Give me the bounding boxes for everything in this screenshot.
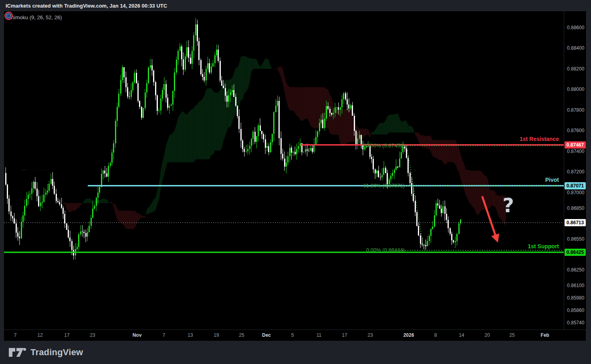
x-axis-tick: 13: [188, 332, 193, 338]
price-axis[interactable]: 0.886000.884000.882000.880000.878000.876…: [564, 11, 587, 330]
y-axis-tick: 0.88000: [567, 86, 584, 92]
y-axis-tick: 0.88400: [567, 45, 584, 51]
x-axis-tick: Feb: [541, 332, 549, 338]
chart-credit-text: ICmarkets created with TradingView.com, …: [6, 3, 167, 9]
x-axis-tick: 23: [90, 332, 95, 338]
x-axis-tick: Nov: [133, 332, 142, 338]
support-label: 1st Support: [528, 243, 559, 249]
candlestick-plot: [4, 11, 564, 330]
fib-100-label: 100.00% (0.87459): [360, 143, 405, 149]
question-mark-annotation[interactable]: ?: [502, 194, 514, 217]
y-axis-tick: 0.88200: [567, 66, 584, 72]
y-axis-tick: 0.86550: [567, 236, 584, 242]
y-axis-tick: 0.86250: [567, 267, 584, 273]
x-axis-tick: 23: [367, 332, 373, 338]
y-axis-tick: 0.87400: [567, 149, 584, 154]
y-axis-tick: 0.87000: [567, 190, 584, 195]
time-axis[interactable]: 7121723Nov7131925Dec511172320268142025Fe…: [4, 330, 586, 341]
fib-0-label: 0.00% (0.86444): [366, 247, 405, 253]
x-axis-tick: 20: [484, 332, 490, 338]
x-axis-tick: 7: [14, 332, 17, 338]
price-badge: 0.86425: [565, 249, 586, 256]
y-axis-tick: 0.88600: [567, 25, 584, 30]
y-axis-tick: 0.86850: [567, 205, 584, 211]
y-axis-tick: 0.85740: [567, 320, 584, 326]
x-axis-tick: 19: [214, 332, 219, 338]
x-axis-tick: Dec: [262, 332, 271, 338]
footer-bar: TradingView: [0, 340, 591, 364]
x-axis-tick: 7: [163, 332, 165, 338]
y-axis-tick: 0.86100: [567, 283, 584, 288]
x-axis-tick: 17: [342, 332, 347, 338]
y-axis-tick: 0.85860: [567, 308, 584, 313]
pivot-label: Pivot: [545, 177, 559, 183]
x-axis-tick: 8: [434, 332, 437, 338]
price-badge: 0.87071: [565, 182, 586, 189]
x-axis-tick: 11: [317, 332, 321, 338]
x-axis-tick: 14: [459, 332, 464, 338]
price-badge: 0.86713: [565, 219, 586, 226]
indicator-label: Ichimoku (9, 26, 52, 26): [7, 14, 62, 20]
chart-pane[interactable]: Ichimoku (9, 26, 52, 26) 1st Resistance …: [4, 11, 564, 330]
tradingview-logo-icon[interactable]: [8, 346, 26, 358]
tradingview-brand-text[interactable]: TradingView: [30, 347, 83, 358]
y-axis-tick: 0.87200: [567, 169, 584, 175]
y-axis-tick: 0.87600: [567, 128, 584, 133]
fib-618-label: 61.80% (0.87071): [363, 183, 405, 189]
x-axis-tick: 12: [37, 332, 42, 338]
price-badge: 0.87467: [565, 141, 586, 149]
watermark-bar: ICmarkets created with TradingView.com, …: [0, 0, 591, 11]
x-axis-tick: 5: [291, 332, 294, 338]
x-axis-tick: 25: [239, 332, 244, 338]
resistance-label: 1st Resistance: [520, 136, 559, 142]
x-axis-tick: 17: [64, 332, 69, 338]
y-axis-tick: 0.85980: [567, 295, 584, 301]
x-axis-tick: 25: [509, 332, 514, 338]
x-axis-tick: 2026: [403, 332, 414, 338]
y-axis-tick: 0.87800: [567, 107, 584, 113]
eu-flag-icon[interactable]: [4, 11, 13, 20]
